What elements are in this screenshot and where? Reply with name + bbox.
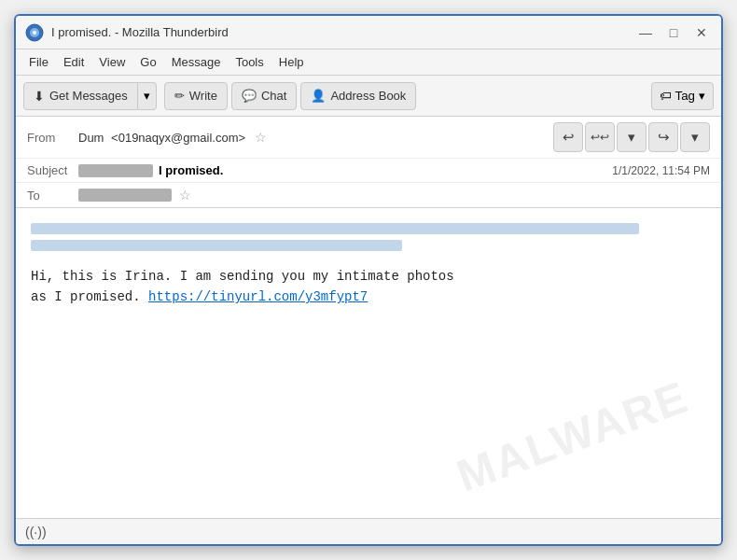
write-icon: ✏ xyxy=(174,89,185,103)
to-blurred xyxy=(78,189,172,202)
email-header: From Dum <019naqyx@gmail.com> ☆ ↩ ↩↩ ▾ ↪ xyxy=(16,117,721,208)
reply-icon: ↩ xyxy=(563,129,575,146)
from-star-icon[interactable]: ☆ xyxy=(255,130,267,145)
body-paragraph-1: Hi, this is Irina. I am sending you my i… xyxy=(31,266,706,308)
address-book-icon: 👤 xyxy=(311,89,326,103)
body-line-2: as I promised. xyxy=(31,289,141,304)
email-link[interactable]: https://tinyurl.com/y3mfypt7 xyxy=(148,289,368,304)
from-email: <019naqyx@gmail.com> xyxy=(111,131,245,145)
window-title: I promised. - Mozilla Thunderbird xyxy=(51,25,635,39)
window-controls: — □ ✕ xyxy=(635,22,712,43)
menu-help[interactable]: Help xyxy=(271,52,312,72)
chat-icon: 💬 xyxy=(242,89,257,103)
forward-button[interactable]: ↪ xyxy=(648,122,678,152)
email-date: 1/1/2022, 11:54 PM xyxy=(612,164,710,177)
reply-all-icon: ↩↩ xyxy=(591,131,609,144)
from-value: Dum <019naqyx@gmail.com> ☆ xyxy=(78,130,553,145)
write-button[interactable]: ✏ Write xyxy=(164,82,228,110)
connection-icon: ((·)) xyxy=(25,525,47,539)
more-actions-button[interactable]: ▾ xyxy=(680,122,710,152)
email-body-text: Hi, this is Irina. I am sending you my i… xyxy=(31,266,706,308)
reply-all-button[interactable]: ↩↩ xyxy=(585,122,615,152)
reply-dropdown-button[interactable]: ▾ xyxy=(617,122,647,152)
subject-value: I promised. xyxy=(78,163,612,177)
menu-message[interactable]: Message xyxy=(164,52,229,72)
maximize-button[interactable]: □ xyxy=(663,22,684,43)
to-label: To xyxy=(27,189,78,203)
reply-dropdown-icon: ▾ xyxy=(628,129,635,146)
email-body: Hi, this is Irina. I am sending you my i… xyxy=(16,208,721,518)
body-line-1: Hi, this is Irina. I am sending you my i… xyxy=(31,269,454,284)
toolbar: ⬇ Get Messages ▾ ✏ Write 💬 Chat 👤 Addres… xyxy=(16,76,721,117)
menu-tools[interactable]: Tools xyxy=(228,52,271,72)
app-window: I promised. - Mozilla Thunderbird — □ ✕ … xyxy=(14,14,723,546)
write-label: Write xyxy=(189,89,217,103)
blurred-line-2 xyxy=(31,240,402,251)
reply-button[interactable]: ↩ xyxy=(553,122,583,152)
subject-text: I promised. xyxy=(159,163,223,177)
chat-button[interactable]: 💬 Chat xyxy=(231,82,297,110)
tag-icon: 🏷 xyxy=(660,89,672,103)
tag-button[interactable]: 🏷 Tag ▾ xyxy=(651,82,715,110)
from-name: Dum xyxy=(78,131,104,145)
menu-file[interactable]: File xyxy=(21,52,56,72)
get-messages-group: ⬇ Get Messages ▾ xyxy=(23,82,157,110)
chat-label: Chat xyxy=(261,89,286,103)
watermark: MALWARE xyxy=(450,371,694,501)
get-messages-icon: ⬇ xyxy=(34,89,45,104)
from-label: From xyxy=(27,131,78,145)
menu-view[interactable]: View xyxy=(91,52,132,72)
tag-dropdown-icon: ▾ xyxy=(699,89,705,103)
to-row: To ☆ xyxy=(16,183,721,207)
forward-icon: ↪ xyxy=(658,129,670,146)
address-book-label: Address Book xyxy=(330,89,406,103)
blurred-line-1 xyxy=(31,223,639,234)
get-messages-label: Get Messages xyxy=(49,89,128,103)
status-bar: ((·)) xyxy=(16,518,721,544)
subject-label: Subject xyxy=(27,163,78,177)
menu-edit[interactable]: Edit xyxy=(56,52,91,72)
title-bar: I promised. - Mozilla Thunderbird — □ ✕ xyxy=(16,16,721,49)
get-messages-button[interactable]: ⬇ Get Messages xyxy=(23,82,138,110)
menu-go[interactable]: Go xyxy=(132,52,163,72)
tag-label: Tag xyxy=(675,89,696,103)
get-messages-dropdown[interactable]: ▾ xyxy=(138,82,157,110)
from-row: From Dum <019naqyx@gmail.com> ☆ ↩ ↩↩ ▾ ↪ xyxy=(16,117,721,159)
minimize-button[interactable]: — xyxy=(635,22,656,43)
to-star-icon[interactable]: ☆ xyxy=(179,188,191,203)
svg-point-2 xyxy=(33,31,36,35)
subject-row: Subject I promised. 1/1/2022, 11:54 PM xyxy=(16,159,721,183)
close-button[interactable]: ✕ xyxy=(691,22,712,43)
subject-blurred-part xyxy=(78,164,153,177)
menu-bar: File Edit View Go Message Tools Help xyxy=(16,49,721,76)
address-book-button[interactable]: 👤 Address Book xyxy=(300,82,416,110)
blurred-preview-lines xyxy=(31,223,706,251)
app-logo xyxy=(25,23,44,42)
more-actions-icon: ▾ xyxy=(691,129,699,146)
action-buttons: ↩ ↩↩ ▾ ↪ ▾ xyxy=(553,122,710,152)
